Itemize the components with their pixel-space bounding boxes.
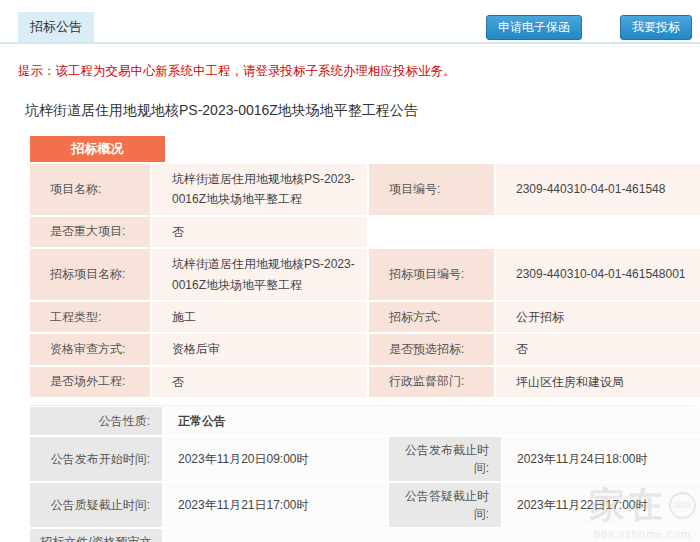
announcement-nature-value: 正常公告	[164, 407, 700, 435]
field-label: 招标项目编号:	[369, 249, 494, 300]
apply-e-guarantee-button[interactable]: 申请电子保函	[486, 15, 582, 40]
announcement-table: 公告性质: 正常公告 公告发布开始时间: 2023年11月20日09:00时 公…	[30, 405, 695, 542]
field-label: 招标方式:	[369, 302, 494, 332]
field-label: 工程类型:	[30, 302, 150, 332]
field-label: 项目名称:	[30, 164, 150, 215]
field-label: 是否场外工程:	[30, 367, 150, 397]
table-row: 工程类型: 施工 招标方式: 公开招标	[30, 302, 695, 332]
table-row: 是否场外工程: 否 行政监督部门: 坪山区住房和建设局	[30, 367, 695, 397]
field-value: 否	[496, 334, 700, 364]
table-row: 公告质疑截止时间: 2023年11月21日17:00时 公告答疑截止时间: 20…	[30, 483, 695, 527]
field-value: 2023年11月21日17:00时	[164, 483, 387, 527]
bid-now-button[interactable]: 我要投标	[620, 15, 692, 40]
field-value: 公开招标	[496, 302, 700, 332]
field-value: 施工	[152, 302, 367, 332]
field-label: 公告质疑截止时间:	[30, 483, 162, 527]
empty-cell	[496, 217, 700, 247]
table-row: 招标项目名称: 坑梓街道居住用地规地核PS-2023-0016Z地块场地平整工程…	[30, 249, 695, 300]
field-value: 坑梓街道居住用地规地核PS-2023-0016Z地块场地平整工程	[152, 164, 367, 215]
field-label: 项目编号:	[369, 164, 494, 215]
field-value: 坑梓街道居住用地规地核PS-2023-0016Z地块场地平整工程	[152, 249, 367, 300]
field-value: 2309-440310-04-01-461548001	[496, 249, 700, 300]
table-row: 项目名称: 坑梓街道居住用地规地核PS-2023-0016Z地块场地平整工程 项…	[30, 164, 695, 215]
overview-table: 项目名称: 坑梓街道居住用地规地核PS-2023-0016Z地块场地平整工程 项…	[30, 164, 695, 397]
field-value: 2023年11月20日09:00时	[164, 437, 387, 481]
tab-tender-overview[interactable]: 招标概况	[30, 136, 165, 162]
field-label: 招标项目名称:	[30, 249, 150, 300]
field-label: 是否重大项目:	[30, 217, 150, 247]
empty-cell	[369, 217, 494, 247]
field-value: 坪山区住房和建设局	[496, 367, 700, 397]
field-value: 2023年11月24日18:00时	[503, 437, 700, 481]
field-label: 是否预选招标:	[369, 334, 494, 364]
field-label: 公告答疑截止时间:	[389, 483, 501, 527]
table-row: 是否重大项目: 否	[30, 217, 695, 247]
tab-tender-announcement[interactable]: 招标公告	[18, 12, 94, 42]
field-label: 资格审查方式:	[30, 334, 150, 364]
field-label: 公告发布截止时间:	[389, 437, 501, 481]
field-value: 2309-440310-04-01-461548	[496, 164, 700, 215]
table-row: 公告发布开始时间: 2023年11月20日09:00时 公告发布截止时间: 20…	[30, 437, 695, 481]
field-label: 招标文件/资格预审文件获取方式:	[30, 529, 162, 542]
field-value: 2023年11月22日17:00时	[503, 483, 700, 527]
page-title: 坑梓街道居住用地规地核PS-2023-0016Z地块场地平整工程公告	[25, 102, 700, 120]
field-label: 行政监督部门:	[369, 367, 494, 397]
table-row: 资格审查方式: 资格后审 是否预选招标: 否	[30, 334, 695, 364]
table-row: 公告性质: 正常公告	[30, 407, 695, 435]
header-actions: 申请电子保函 我要投标	[486, 15, 692, 40]
field-value: 资格后审	[152, 334, 367, 364]
table-row: 招标文件/资格预审文件获取方式: 网上获取	[30, 529, 695, 542]
field-label: 公告发布开始时间:	[30, 437, 162, 481]
field-value: 网上获取	[164, 529, 700, 542]
field-value: 否	[152, 367, 367, 397]
system-hint-text: 提示：该工程为交易中心新系统中工程，请登录投标子系统办理相应投标业务。	[18, 63, 700, 80]
top-tab-bar: 招标公告 申请电子保函 我要投标	[0, 0, 700, 44]
field-value: 否	[152, 217, 367, 247]
field-label: 公告性质:	[30, 407, 162, 435]
